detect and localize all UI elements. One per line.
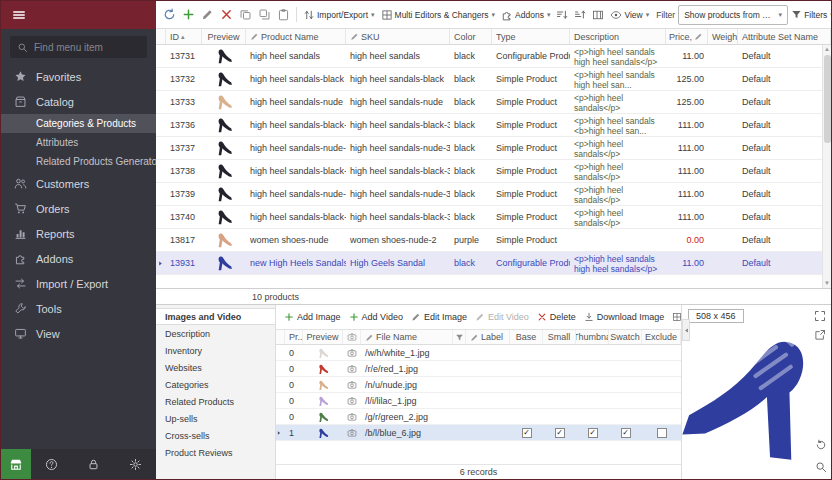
col-header-sku[interactable]: SKU	[346, 29, 450, 44]
category-filter-select[interactable]: Show products from selected categories▾	[678, 5, 788, 25]
product-row-13740[interactable]: 13740high heel sandals-black-38high heel…	[156, 206, 831, 229]
image-flag-small[interactable]	[543, 361, 576, 376]
image-flag-base[interactable]	[510, 393, 543, 408]
image-flag-exclude[interactable]	[642, 361, 681, 376]
image-flag-swatch[interactable]: ✓	[609, 425, 642, 440]
image-flag-thumb[interactable]	[576, 345, 609, 360]
edit-product-button[interactable]	[198, 4, 217, 26]
col-header-description[interactable]: Description	[570, 29, 666, 44]
tab-categories[interactable]: Categories	[156, 376, 275, 393]
base-checkbox[interactable]: ✓	[522, 428, 532, 438]
sort-ascending-button[interactable]	[553, 4, 571, 26]
image-flag-small[interactable]: ✓	[543, 425, 576, 440]
exclude-checkbox[interactable]	[657, 428, 667, 438]
swatch-checkbox[interactable]: ✓	[621, 428, 631, 438]
col-header-small[interactable]: Small	[543, 330, 576, 344]
zoom-image-button[interactable]	[815, 461, 827, 473]
thumb-checkbox[interactable]: ✓	[588, 428, 598, 438]
col-header-base[interactable]: Base	[510, 330, 543, 344]
col-header-preview[interactable]: Preview	[303, 330, 343, 344]
sidebar-item-tools[interactable]: Tools	[1, 296, 156, 321]
image-flag-small[interactable]	[543, 409, 576, 424]
image-flag-exclude[interactable]	[642, 393, 681, 408]
col-header-exclude[interactable]: Exclude	[642, 330, 681, 344]
image-flag-base[interactable]	[510, 361, 543, 376]
tab-related-products[interactable]: Related Products	[156, 393, 275, 410]
open-external-button[interactable]	[814, 329, 826, 341]
col-header-preview[interactable]: Preview	[202, 29, 246, 44]
small-checkbox[interactable]: ✓	[555, 428, 565, 438]
col-header-product-name[interactable]: Product Name	[246, 29, 346, 44]
sidebar-item-addons[interactable]: Addons	[1, 246, 156, 271]
product-row-13931[interactable]: 13931new High Heels SandalsHigh Geels Sa…	[156, 252, 831, 275]
menu-search-input[interactable]	[34, 42, 138, 53]
lock-button[interactable]	[73, 458, 115, 471]
product-row-13739[interactable]: 13739high heel sandals-nude-37high heel …	[156, 183, 831, 206]
tab-inventory[interactable]: Inventory	[156, 342, 275, 359]
download-image-button[interactable]: Download Image	[584, 312, 665, 322]
scroll-up-arrow[interactable]: ▲	[824, 45, 830, 54]
product-row-13817[interactable]: 13817women shoes-nudewomen shoes-nude-2p…	[156, 229, 831, 252]
image-flag-small[interactable]	[543, 377, 576, 392]
col-header-type[interactable]: Type	[492, 29, 570, 44]
hamburger-menu-icon[interactable]	[12, 8, 26, 22]
col-header-color[interactable]: Color	[450, 29, 492, 44]
add-image-button[interactable]: Add Image	[284, 312, 341, 322]
image-flag-thumb[interactable]	[576, 393, 609, 408]
paste-button[interactable]	[274, 4, 293, 26]
add-product-button[interactable]	[179, 4, 198, 26]
product-row-13736[interactable]: 13736high heel sandals-black-36high heel…	[156, 114, 831, 137]
tab-cross-sells[interactable]: Cross-sells	[156, 427, 275, 444]
col-header-media-type[interactable]	[343, 330, 361, 344]
menu-search-box[interactable]	[10, 36, 147, 58]
fullscreen-button[interactable]	[814, 310, 826, 322]
tab-images-and-video[interactable]: Images and Video	[156, 308, 275, 325]
delete-product-button[interactable]	[217, 4, 236, 26]
image-flag-swatch[interactable]	[609, 345, 642, 360]
image-flag-thumb[interactable]	[576, 361, 609, 376]
view-menu[interactable]: View▾	[607, 4, 652, 26]
delete-image-button[interactable]: Delete	[537, 312, 576, 322]
col-header-label[interactable]: Label	[466, 330, 510, 344]
image-flag-swatch[interactable]	[609, 393, 642, 408]
sidebar-item-reports[interactable]: Reports	[1, 221, 156, 246]
store-manager-home-button[interactable]	[1, 449, 31, 479]
product-row-13732[interactable]: 13732high heel sandals-blackhigh heel sa…	[156, 68, 831, 91]
image-flag-swatch[interactable]	[609, 361, 642, 376]
image-row-3[interactable]: 0/n/u/nude.jpg	[276, 377, 681, 393]
collapse-preview-handle[interactable]	[682, 319, 690, 341]
tab-websites[interactable]: Websites	[156, 359, 275, 376]
sidebar-subitem-related-products-generator[interactable]: Related Products Generator	[1, 152, 156, 171]
edit-image-button[interactable]: Edit Image	[411, 312, 467, 322]
image-flag-base[interactable]	[510, 377, 543, 392]
image-flag-swatch[interactable]	[609, 409, 642, 424]
col-header-price[interactable]: Price,	[666, 29, 708, 44]
set-resize-rule-button[interactable]: Set Resize Rule▾	[672, 312, 681, 322]
product-row-13738[interactable]: 13738high heel sandals-black-37high heel…	[156, 160, 831, 183]
image-flag-exclude[interactable]	[642, 409, 681, 424]
sidebar-subitem-attributes[interactable]: Attributes	[1, 133, 156, 152]
image-row-5[interactable]: 0/g/r/green_2.jpg	[276, 409, 681, 425]
refresh-button[interactable]	[160, 4, 179, 26]
image-flag-thumb[interactable]	[576, 409, 609, 424]
col-header-attribute-set[interactable]: Attribute Set Name	[738, 29, 831, 44]
columns-button[interactable]	[589, 4, 607, 26]
scroll-down-arrow[interactable]: ▼	[824, 279, 830, 288]
image-flag-thumb[interactable]: ✓	[576, 425, 609, 440]
addons-menu[interactable]: Addons▾	[498, 4, 553, 26]
sidebar-item-view[interactable]: View	[1, 321, 156, 346]
sidebar-item-catalog[interactable]: Catalog	[1, 89, 156, 114]
image-flag-small[interactable]	[543, 393, 576, 408]
add-video-button[interactable]: Add Video	[349, 312, 403, 322]
tab-up-sells[interactable]: Up-sells	[156, 410, 275, 427]
tab-description[interactable]: Description	[156, 325, 275, 342]
col-header-priority[interactable]: Pr...	[285, 330, 303, 344]
image-flag-small[interactable]	[543, 345, 576, 360]
tab-product-reviews[interactable]: Product Reviews	[156, 444, 275, 461]
sidebar-item-orders[interactable]: Orders	[1, 196, 156, 221]
image-row-2[interactable]: 0/r/e/red_1.jpg	[276, 361, 681, 377]
product-row-13733[interactable]: 13733high heel sandals-nudehigh heel san…	[156, 91, 831, 114]
import-export-menu[interactable]: Import/Export▾	[300, 4, 378, 26]
product-row-13737[interactable]: 13737high heel sandals-nude-36high heel …	[156, 137, 831, 160]
sidebar-subitem-categories-products[interactable]: Categories & Products	[1, 114, 156, 133]
